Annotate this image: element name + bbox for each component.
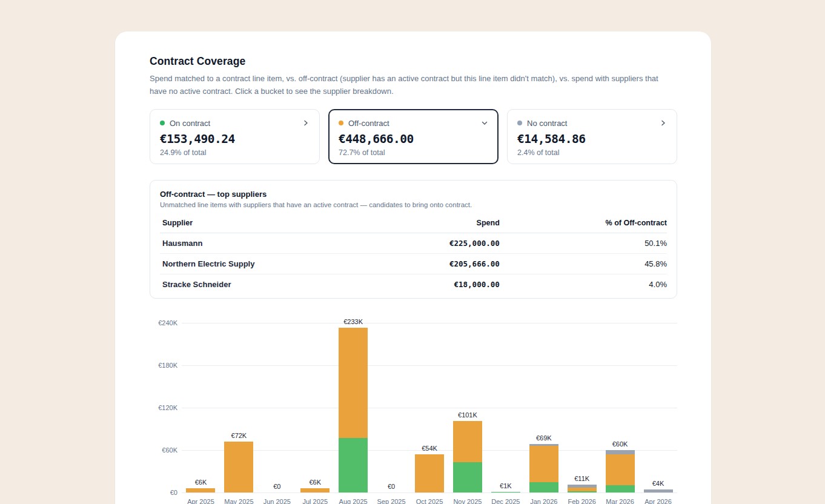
y-axis-tick-label: €180K	[150, 361, 177, 370]
supplier-table-header-row: SupplierSpend% of Off-contract	[160, 214, 667, 233]
supplier-pct: 4.0%	[500, 274, 667, 295]
no-contract-dot-icon	[517, 121, 522, 125]
bar-segment-off-contract[interactable]	[453, 421, 482, 462]
x-axis-tick-label: Dec 2025	[485, 498, 527, 504]
bar-total-label: €11K	[561, 475, 603, 483]
bar-segment-no-contract[interactable]	[568, 485, 597, 488]
coverage-chart: €240K€180K€120K€60K€0€6KApr 2025€72KMay …	[150, 303, 677, 504]
bar-segment-on-contract[interactable]	[453, 462, 482, 492]
table-row: Northern Electric Supply€205,666.0045.8%	[160, 254, 667, 274]
y-axis-tick-label: €60K	[150, 446, 177, 454]
bucket-card-top: Off-contract	[339, 118, 488, 128]
supplier-spend: €225,000.00	[363, 233, 500, 254]
bar-total-label: €101K	[446, 411, 489, 419]
x-axis-tick-label: Apr 2025	[179, 498, 222, 504]
bar-segment-no-contract[interactable]	[606, 450, 635, 454]
bar-segment-no-contract[interactable]	[529, 444, 558, 446]
x-axis-tick-label: Nov 2025	[446, 498, 489, 504]
x-axis-tick-label: Jul 2025	[294, 498, 336, 504]
chevron-right-icon	[660, 119, 667, 127]
chart-gridline	[182, 323, 677, 323]
bucket-card-on-contract[interactable]: On contract€153,490.2424.9% of total	[150, 109, 320, 164]
breakdown-title: Off-contract — top suppliers	[160, 190, 667, 199]
y-axis-tick-label: €120K	[150, 403, 177, 412]
bar-total-label: €6K	[294, 479, 336, 486]
x-axis-tick-label: Aug 2025	[332, 498, 374, 504]
bucket-label: Off-contract	[348, 119, 476, 128]
x-axis-tick-label: Apr 2026	[637, 498, 680, 504]
bar-total-label: €54K	[408, 445, 451, 453]
bar-total-label: €72K	[217, 432, 260, 440]
supplier-spend: €18,000.00	[363, 274, 500, 295]
x-axis-tick-label: Jan 2026	[523, 498, 565, 504]
supplier-name: Hausmann	[160, 233, 363, 254]
supplier-pct: 45.8%	[500, 254, 667, 274]
column-header-spend: Spend	[363, 214, 500, 233]
chart-gridline	[182, 408, 677, 408]
contract-coverage-panel: Contract Coverage Spend matched to a con…	[115, 31, 711, 504]
bar-segment-on-contract[interactable]	[606, 485, 635, 492]
chevron-down-icon	[481, 119, 488, 127]
table-row: Hausmann€225,000.0050.1%	[160, 233, 667, 254]
bar-segment-no-contract[interactable]	[644, 489, 673, 492]
supplier-spend: €205,666.00	[363, 254, 500, 274]
bar-segment-off-contract[interactable]	[568, 488, 597, 491]
bar-segment-off-contract[interactable]	[415, 454, 444, 492]
bucket-value: €153,490.24	[160, 132, 310, 146]
bucket-label: No contract	[527, 119, 655, 128]
supplier-pct: 50.1%	[500, 233, 667, 254]
bar-segment-on-contract[interactable]	[339, 438, 368, 492]
bucket-label: On contract	[170, 119, 297, 128]
bucket-card-off-contract[interactable]: Off-contract€448,666.0072.7% of total	[328, 109, 499, 164]
y-axis-tick-label: €240K	[150, 319, 177, 327]
bar-total-label: €1K	[485, 482, 527, 490]
bucket-value: €14,584.86	[517, 132, 667, 146]
bar-segment-off-contract[interactable]	[186, 488, 215, 492]
column-header-supplier: Supplier	[160, 214, 363, 233]
bar-total-label: €0	[256, 483, 298, 491]
bar-total-label: €60K	[599, 440, 641, 448]
bar-total-label: €0	[370, 483, 413, 491]
supplier-table: SupplierSpend% of Off-contract Hausmann€…	[160, 214, 667, 294]
bucket-value: €448,666.00	[339, 132, 488, 146]
bar-segment-off-contract[interactable]	[224, 442, 253, 492]
on-contract-dot-icon	[160, 121, 165, 125]
chevron-right-icon	[302, 119, 310, 127]
bar-segment-on-contract[interactable]	[529, 482, 558, 493]
x-axis-tick-label: Feb 2026	[561, 498, 603, 504]
bar-segment-on-contract[interactable]	[568, 491, 597, 492]
bar-total-label: €233K	[332, 318, 374, 326]
page-title: Contract Coverage	[150, 55, 677, 68]
bucket-subtext: 72.7% of total	[339, 148, 488, 157]
x-axis-tick-label: Mar 2026	[599, 498, 641, 504]
supplier-table-body: Hausmann€225,000.0050.1%Northern Electri…	[160, 233, 667, 295]
bar-total-label: €69K	[523, 434, 565, 442]
x-axis-tick-label: May 2025	[217, 498, 260, 504]
breakdown-subtitle: Unmatched line items with suppliers that…	[160, 201, 667, 208]
column-header--of-off-contract: % of Off-contract	[500, 214, 667, 233]
bar-segment-off-contract[interactable]	[300, 488, 330, 492]
table-row: Stracke Schneider€18,000.004.0%	[160, 274, 667, 295]
x-axis-tick-label: Sep 2025	[370, 498, 413, 504]
y-axis-tick-label: €0	[150, 488, 177, 497]
supplier-name: Stracke Schneider	[160, 274, 363, 295]
off-contract-dot-icon	[339, 121, 343, 125]
bar-segment-off-contract[interactable]	[529, 446, 558, 482]
bucket-subtext: 24.9% of total	[160, 148, 310, 157]
bar-total-label: €6K	[179, 479, 222, 486]
x-axis-tick-label: Oct 2025	[408, 498, 451, 504]
page-description: Spend matched to a contract line item, v…	[150, 73, 671, 98]
bar-segment-off-contract[interactable]	[339, 328, 368, 438]
bucket-card-top: On contract	[160, 118, 310, 128]
coverage-cards: On contract€153,490.2424.9% of totalOff-…	[150, 109, 677, 164]
x-axis-tick-label: Jun 2025	[256, 498, 298, 504]
bar-segment-on-contract[interactable]	[491, 492, 520, 492]
bar-total-label: €4K	[637, 480, 680, 488]
bucket-card-no-contract[interactable]: No contract€14,584.862.4% of total	[507, 109, 677, 164]
bucket-card-top: No contract	[517, 118, 667, 128]
bucket-subtext: 2.4% of total	[517, 148, 667, 157]
supplier-name: Northern Electric Supply	[160, 254, 363, 274]
chart-gridline	[182, 492, 677, 493]
chart-gridline	[182, 365, 677, 366]
bar-segment-off-contract[interactable]	[606, 454, 635, 485]
